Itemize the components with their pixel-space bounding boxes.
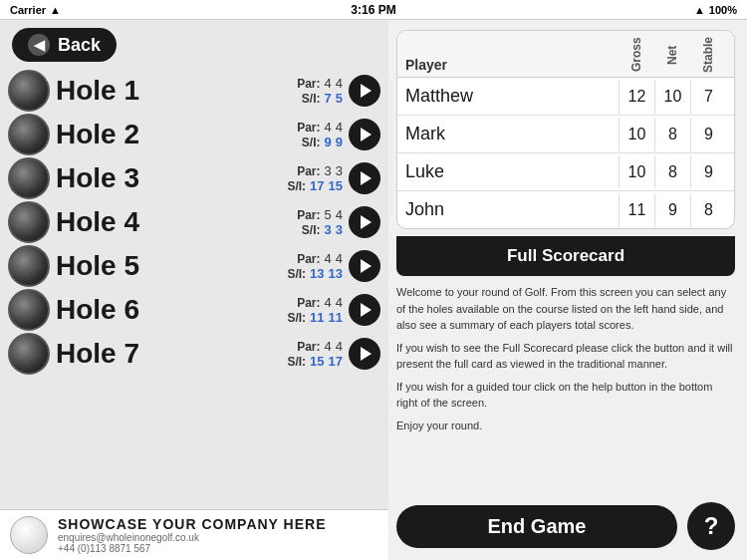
par-row: Par: 4 4: [297, 120, 343, 135]
si-row: S/I: 7 5: [302, 91, 343, 106]
si-val2: 11: [329, 310, 343, 325]
score-net-4: 9: [654, 193, 690, 227]
par-label: Par:: [297, 296, 320, 310]
si-val2: 3: [336, 222, 343, 237]
hole-disc-icon: [8, 70, 50, 112]
score-net-2: 8: [654, 118, 690, 151]
si-label: S/I:: [302, 136, 321, 149]
logo-area: SHOWCASE YOUR COMPANY HERE enquires@whol…: [0, 509, 388, 560]
play-hole-button-4[interactable]: [349, 206, 380, 238]
par-val2: 4: [336, 120, 343, 135]
logo-phone: +44 (0)113 8871 567: [58, 543, 326, 554]
hole-name-6: Hole 6: [56, 294, 263, 326]
si-row: S/I: 15 17: [287, 354, 343, 369]
score-gross-4: 11: [619, 193, 654, 227]
status-time: 3:16 PM: [351, 3, 395, 17]
hole-disc-icon: [8, 114, 50, 155]
hole-stats-3: Par: 3 3S/I: 17 15: [263, 163, 343, 193]
hole-stats-5: Par: 4 4S/I: 13 13: [263, 251, 343, 281]
si-val1: 3: [325, 222, 332, 237]
si-val1: 7: [325, 91, 332, 106]
hole-item-1: Hole 1Par: 4 4S/I: 7 5: [8, 70, 380, 112]
full-scorecard-button[interactable]: Full Scorecard: [396, 236, 735, 276]
play-hole-button-3[interactable]: [349, 162, 380, 194]
player-scores-2: 1089: [619, 118, 726, 151]
score-stable-1: 7: [690, 80, 726, 114]
si-label: S/I:: [287, 267, 306, 281]
score-col-headers: GrossNetStable: [619, 35, 726, 75]
desc-para-2: If you wish to see the Full Scorecard pl…: [396, 340, 735, 373]
player-name-3: Luke: [405, 153, 619, 190]
desc-para-1: Welcome to your round of Golf. From this…: [396, 284, 735, 334]
hole-name-7: Hole 7: [56, 338, 263, 370]
hole-list: Hole 1Par: 4 4S/I: 7 5Hole 2Par: 4 4S/I:…: [0, 70, 388, 509]
par-val2: 3: [336, 163, 343, 178]
main-content: ◀ Back Hole 1Par: 4 4S/I: 7 5Hole 2Par: …: [0, 20, 747, 560]
left-panel: ◀ Back Hole 1Par: 4 4S/I: 7 5Hole 2Par: …: [0, 20, 388, 560]
si-val2: 15: [329, 178, 343, 193]
si-row: S/I: 17 15: [287, 178, 343, 193]
par-row: Par: 5 4: [297, 207, 343, 222]
par-label: Par:: [297, 252, 320, 266]
scorecard-rows: Matthew12107Mark1089Luke1089John1198: [397, 78, 734, 228]
help-button[interactable]: ?: [687, 502, 735, 550]
hole-stats-2: Par: 4 4S/I: 9 9: [263, 120, 343, 149]
par-val1: 5: [325, 207, 332, 222]
desc-para-4: Enjoy your round.: [396, 418, 735, 434]
hole-disc-icon: [8, 289, 50, 331]
score-col-header-gross: Gross: [619, 35, 654, 75]
par-val2: 4: [336, 76, 343, 91]
play-hole-button-7[interactable]: [349, 338, 380, 370]
back-button[interactable]: ◀ Back: [12, 28, 117, 62]
hole-item-7: Hole 7Par: 4 4S/I: 15 17: [8, 333, 380, 375]
status-left: Carrier ▲: [10, 4, 61, 16]
scorecard-row-3: Luke1089: [397, 153, 734, 191]
si-row: S/I: 3 3: [302, 222, 343, 237]
si-val1: 13: [310, 266, 324, 281]
par-val2: 4: [336, 207, 343, 222]
hole-stats-6: Par: 4 4S/I: 11 11: [263, 295, 343, 325]
hole-item-4: Hole 4Par: 5 4S/I: 3 3: [8, 201, 380, 243]
bottom-buttons: End Game ?: [396, 502, 735, 550]
score-col-header-stable: Stable: [690, 35, 726, 75]
si-val2: 17: [329, 354, 343, 369]
par-row: Par: 4 4: [297, 295, 343, 310]
score-net-1: 10: [654, 80, 690, 114]
par-val2: 4: [336, 251, 343, 266]
par-label: Par:: [297, 208, 320, 222]
score-net-3: 8: [654, 155, 690, 189]
play-hole-button-1[interactable]: [349, 75, 380, 107]
player-scores-1: 12107: [619, 80, 726, 114]
location-icon: ▲: [694, 4, 705, 16]
battery-text: 100%: [709, 4, 737, 16]
end-game-button[interactable]: End Game: [396, 505, 677, 548]
back-label: Back: [58, 35, 101, 56]
player-name-4: John: [405, 191, 619, 228]
si-label: S/I:: [287, 355, 306, 369]
si-val2: 5: [336, 91, 343, 106]
score-col-header-net: Net: [654, 35, 690, 75]
par-row: Par: 4 4: [297, 251, 343, 266]
play-hole-button-6[interactable]: [349, 294, 380, 326]
hole-item-3: Hole 3Par: 3 3S/I: 17 15: [8, 157, 380, 199]
play-hole-button-2[interactable]: [349, 119, 380, 150]
hole-name-4: Hole 4: [56, 206, 263, 238]
par-val1: 4: [325, 251, 332, 266]
par-row: Par: 4 4: [297, 339, 343, 354]
score-stable-3: 9: [690, 155, 726, 189]
score-gross-2: 10: [619, 118, 654, 151]
si-val1: 15: [310, 354, 324, 369]
player-scores-3: 1089: [619, 155, 726, 189]
par-row: Par: 4 4: [297, 76, 343, 91]
score-gross-3: 10: [619, 155, 654, 189]
si-row: S/I: 9 9: [302, 135, 343, 149]
play-hole-button-5[interactable]: [349, 250, 380, 282]
hole-disc-icon: [8, 245, 50, 287]
si-label: S/I:: [302, 223, 321, 237]
par-label: Par:: [297, 340, 320, 354]
si-val1: 11: [310, 310, 324, 325]
par-row: Par: 3 3: [297, 163, 343, 178]
player-name-2: Mark: [405, 116, 619, 152]
hole-name-5: Hole 5: [56, 250, 263, 282]
hole-name-3: Hole 3: [56, 162, 263, 194]
